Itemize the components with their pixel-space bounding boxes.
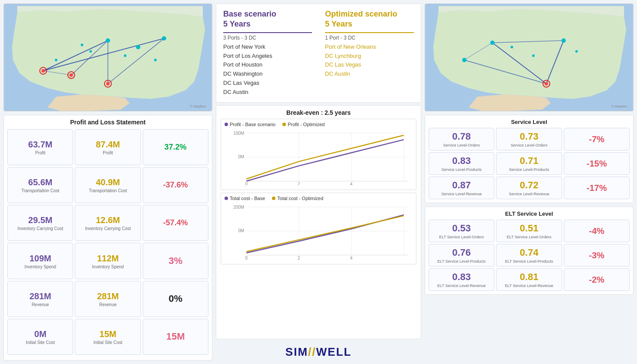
svg-point-15 (136, 45, 140, 49)
elt-service-grid-base-1: 0.76ELT Service Level-Products (429, 244, 494, 267)
elt-service-grid-base-0: 0.53ELT Service Level-Orders (429, 220, 494, 242)
svg-text:2: 2 (298, 256, 300, 260)
svg-text:100M: 100M (233, 131, 244, 136)
optimized-scenario-block: Optimized scenario5 Years 1 Port - 3 DC … (325, 9, 414, 97)
service-level-section: Service Level 0.78Service Level-Orders0.… (425, 115, 634, 203)
totalcost-base-legend: Total cost - Base (225, 196, 265, 201)
service-grid-opt-0: 0.73Service Level-Orders (496, 128, 562, 150)
service-grid-delta-0: -7% (564, 128, 630, 150)
svg-point-13 (106, 38, 110, 43)
svg-point-17 (89, 50, 92, 53)
svg-text:© MapBox: © MapBox (190, 104, 206, 108)
base-dc-lasvegas: DC Las Vegas (223, 79, 312, 88)
profit-opt-legend: Profit - Optimized (282, 122, 325, 127)
svg-point-59 (575, 50, 578, 53)
profit-loss-section: Profit and Loss Statement 63.7MProfit87.… (3, 115, 212, 361)
elt-service-grid-delta-0: -4% (564, 220, 630, 242)
pnl-delta-2: -57.4% (143, 205, 208, 241)
pnl-base-0: 63.7MProfit (7, 129, 73, 165)
svg-point-57 (510, 46, 513, 48)
svg-text:200M: 200M (233, 205, 244, 210)
optimized-scenario-title: Optimized scenario5 Years (325, 9, 414, 30)
pnl-base-4: 281MRevenue (7, 281, 73, 317)
profit-base-legend: Profit - Base scenario (225, 122, 275, 127)
base-dc-austin: DC Austin (223, 88, 312, 97)
pnl-base-3: 109MInventory Spend (7, 243, 73, 279)
svg-text:0M: 0M (238, 154, 244, 159)
elt-service-grid-opt-2: 0.81ELT Service Level-Revenue (496, 268, 562, 291)
pnl-opt-2: 12.6MInventory Carrying Cost (75, 205, 141, 241)
elt-service-level-section: ELT Service Level 0.53ELT Service Level-… (425, 207, 634, 295)
pnl-base-1: 65.6MTransportation Cost (7, 167, 73, 203)
opt-dc-austin: DC Austin (325, 70, 414, 79)
service-grid-delta-2: -17% (564, 177, 630, 199)
pnl-delta-4: 0% (143, 281, 208, 317)
profit-legend: Profit - Base scenario Profit - Optimize… (225, 122, 412, 127)
opt-config: 1 Port - 3 DC (325, 35, 414, 41)
pnl-opt-5: 15MInitial Site Cost (75, 319, 141, 355)
svg-point-19 (81, 43, 84, 46)
pnl-opt-4: 281MRevenue (75, 281, 141, 317)
base-port-la: Port of Los Angeles (223, 52, 312, 61)
opt-dc-lynchburg: DC Lynchburg (325, 52, 414, 61)
pnl-delta-1: -37.6% (143, 167, 208, 203)
svg-text:4: 4 (350, 256, 353, 260)
service-grid-base-1: 0.83Service Level-Products (429, 152, 494, 175)
service-grid-delta-1: -15% (564, 152, 630, 175)
svg-text:2: 2 (298, 181, 300, 185)
profit-chart-box: Profit - Base scenario Profit - Optimize… (221, 119, 416, 190)
left-column: © MapBox Profit and Loss Statement 63.7M… (3, 3, 212, 361)
svg-point-14 (162, 36, 166, 40)
elt-service-level-title: ELT Service Level (429, 210, 630, 217)
opt-dc-lasvegas: DC Las Vegas (325, 60, 414, 70)
svg-text:Year: Year (325, 259, 334, 260)
profit-chart-svg: 0M 100M 0 2 4 Year (225, 129, 412, 186)
base-scenario-title: Base scenario5 Years (223, 9, 312, 30)
svg-point-56 (462, 58, 466, 62)
totalcost-opt-legend: Total cost - Optimized (272, 196, 323, 201)
elt-service-grid-opt-0: 0.51ELT Service Level-Orders (496, 220, 562, 242)
service-level-grid: 0.78Service Level-Orders0.73Service Leve… (429, 128, 630, 199)
svg-text:0: 0 (245, 256, 248, 260)
totalcost-chart-box: Total cost - Base Total cost - Optimized… (221, 193, 416, 264)
pnl-opt-3: 112MInventory Spend (75, 243, 141, 279)
totalcost-chart-svg: 0M 200M 0 2 4 Year (225, 203, 412, 260)
elt-service-grid-opt-1: 0.74ELT Service Level-Products (496, 244, 562, 267)
center-column: Base scenario5 Years 3 Ports - 3 DC Port… (216, 3, 421, 361)
right-column: © MapBox Service Level 0.78Service Level… (425, 3, 634, 361)
service-grid-base-0: 0.78Service Level-Orders (429, 128, 494, 150)
svg-text:4: 4 (350, 181, 353, 185)
elt-service-grid-delta-2: -2% (564, 268, 630, 291)
service-grid-base-2: 0.87Service Level-Revenue (429, 177, 494, 199)
base-scenario-block: Base scenario5 Years 3 Ports - 3 DC Port… (223, 9, 312, 97)
svg-point-54 (561, 38, 566, 43)
service-level-title: Service Level (429, 119, 630, 125)
service-grid-opt-2: 0.72Service Level-Revenue (496, 177, 562, 199)
svg-text:0M: 0M (238, 228, 244, 233)
optimized-map: © MapBox (425, 3, 634, 111)
svg-point-18 (124, 54, 127, 57)
svg-point-53 (545, 82, 548, 86)
service-grid-opt-1: 0.71Service Level-Products (496, 152, 562, 175)
svg-point-16 (55, 59, 57, 61)
base-port-ny: Port of New York (223, 43, 312, 52)
elt-service-grid-base-2: 0.83ELT Service Level-Revenue (429, 268, 494, 291)
elt-service-grid-delta-1: -3% (564, 244, 630, 267)
simwell-logo: SIM//WELL (216, 342, 421, 361)
totalcost-legend: Total cost - Base Total cost - Optimized (225, 196, 412, 201)
pnl-title: Profit and Loss Statement (7, 119, 208, 126)
base-port-houston: Port of Houston (223, 60, 312, 70)
base-dc-washington: DC Washington (223, 70, 312, 79)
base-divider (223, 32, 312, 33)
svg-point-12 (106, 82, 110, 86)
base-config: 3 Ports - 3 DC (223, 35, 312, 41)
breakeven-title: Break-even : 2.5 years (221, 109, 416, 116)
pnl-opt-0: 87.4MProfit (75, 129, 141, 165)
svg-text:Year: Year (325, 185, 334, 185)
pnl-delta-5: 15M (143, 319, 208, 355)
svg-text:0: 0 (245, 181, 248, 185)
svg-point-58 (532, 54, 535, 57)
pnl-delta-0: 37.2% (143, 129, 208, 165)
pnl-opt-1: 40.9MTransportation Cost (75, 167, 141, 203)
chart-section: Break-even : 2.5 years Profit - Base sce… (216, 105, 421, 339)
